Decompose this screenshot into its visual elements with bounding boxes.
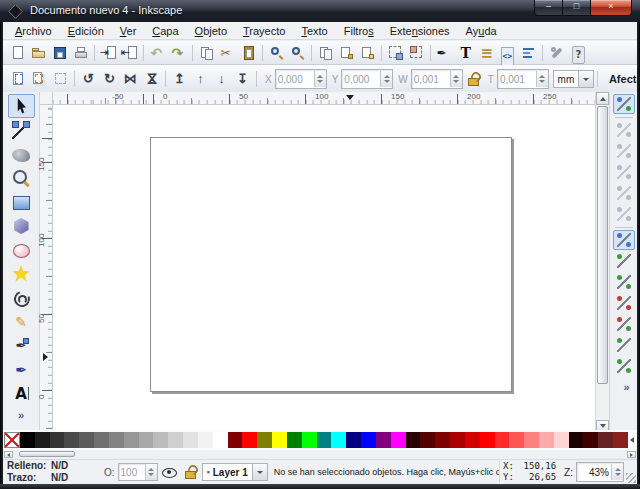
scroll-up-button[interactable] [596,92,609,105]
ungroup-objects-button[interactable] [406,42,427,63]
menu-trayecto[interactable]: Trayecto [235,23,293,39]
snap-nodes-button[interactable] [613,230,635,250]
tool-zoom-button[interactable] [8,166,35,190]
tool-pencil-button[interactable] [8,310,35,334]
palette-swatch[interactable] [20,432,35,448]
palette-swatch[interactable] [346,432,361,448]
palette-swatch[interactable] [391,432,406,448]
palette-swatch[interactable] [287,432,302,448]
lower-button[interactable]: ↓ [211,69,232,90]
zoom-spinner[interactable] [611,464,623,480]
palette-swatch[interactable] [153,432,168,448]
snap-bbox-centers-button[interactable] [613,204,635,224]
palette-swatch[interactable] [35,432,50,448]
ruler-corner[interactable] [40,92,53,105]
snap-bbox-edges-button[interactable] [613,141,635,161]
snapbar-overflow-chevron[interactable]: » [623,381,629,393]
y-field[interactable] [341,69,393,89]
tool-node-editor-button[interactable] [8,118,35,142]
palette-scroll-left-button[interactable] [4,451,13,458]
palette-swatch[interactable] [406,432,421,448]
menu-archivo[interactable]: Archivo [7,23,60,39]
palette-swatch[interactable] [435,432,450,448]
menu-extensiones[interactable]: Extensiones [382,23,458,39]
menu-objeto[interactable]: Objeto [187,23,235,39]
tool-selector-button[interactable] [8,94,35,118]
paste-button[interactable] [238,42,259,63]
create-clone-button[interactable] [336,42,357,63]
y-spinner[interactable] [380,71,392,87]
text-dialog-button[interactable] [455,42,476,63]
palette-swatch[interactable] [109,432,124,448]
lower-to-bottom-button[interactable]: ↧ [232,69,253,90]
tool-calligraphy-button[interactable] [8,358,35,382]
layer-selector-box[interactable]: ▪ Layer 1 [202,463,253,481]
tool-box-3d-button[interactable] [8,214,35,238]
keyboard-help-button[interactable] [567,42,588,63]
zoom-field[interactable] [576,462,624,482]
palette-swatch[interactable] [331,432,346,448]
palette-swatch[interactable] [272,432,287,448]
palette-swatch[interactable] [583,432,598,448]
fill-stroke-indicator[interactable]: Relleno:N/D Trazo:N/D [3,460,97,484]
palette-swatch[interactable] [79,432,94,448]
palette-swatch[interactable] [361,432,376,448]
palette-scroll-right-button[interactable] [627,451,636,458]
menu-filtros[interactable]: Filtros [336,23,382,39]
raise-button[interactable]: ↑ [190,69,211,90]
zoom-selection-button[interactable] [266,42,287,63]
cut-button[interactable] [217,42,238,63]
w-spinner[interactable] [450,71,462,87]
opacity-input[interactable] [119,465,145,479]
layer-visibility-eye-icon[interactable] [161,466,177,478]
palette-scroll-thumb[interactable] [19,451,75,457]
palette-swatch[interactable] [242,432,257,448]
palette-swatch[interactable] [480,432,495,448]
preferences-button[interactable] [546,42,567,63]
align-dialog-button[interactable] [518,42,539,63]
t-field[interactable] [497,69,549,89]
palette-swatch[interactable] [228,432,243,448]
palette-swatch[interactable] [139,432,154,448]
group-objects-button[interactable] [385,42,406,63]
open-document-button[interactable] [28,42,49,63]
lock-aspect-ratio-icon[interactable] [467,72,479,86]
tool-tweak-button[interactable] [8,142,35,166]
y-input[interactable] [342,72,380,86]
palette-swatch[interactable] [50,432,65,448]
x-input[interactable] [276,72,314,86]
w-field[interactable] [411,69,463,89]
palette-swatch[interactable] [198,432,213,448]
palette-swatch[interactable] [376,432,391,448]
xml-editor-button[interactable] [497,42,518,63]
rotate-cw-button[interactable]: ↻ [99,69,120,90]
snap-smooth-nodes-button[interactable] [613,314,635,334]
menu-ayuda[interactable]: Ayuda [458,23,505,39]
palette-swatch[interactable] [495,432,510,448]
palette-swatch[interactable] [613,432,628,448]
maximize-button[interactable]: □ [562,0,591,16]
menu-texto[interactable]: Texto [293,23,335,39]
save-document-button[interactable] [49,42,70,63]
palette-swatch[interactable] [524,432,539,448]
palette-swatch[interactable] [539,432,554,448]
snap-line-midpoints-button[interactable] [613,335,635,355]
palette-swatch[interactable] [124,432,139,448]
w-input[interactable] [412,72,450,86]
tool-bezier-pen-button[interactable] [8,334,35,358]
snap-bbox-corners-button[interactable] [613,162,635,182]
toolbox-overflow-chevron[interactable]: » [18,409,24,421]
copy-button[interactable] [196,42,217,63]
palette-swatch[interactable] [94,432,109,448]
t-input[interactable] [498,72,536,86]
palette-swatch[interactable] [213,432,228,448]
select-all-button[interactable] [8,69,29,90]
zoom-drawing-button[interactable] [287,42,308,63]
palette-swatch[interactable] [450,432,465,448]
palette-scrollbar[interactable] [3,450,637,459]
opacity-spinner[interactable] [145,464,157,480]
vertical-ruler[interactable]: 150100500 [40,105,53,433]
snap-enable-button[interactable] [613,94,635,114]
palette-swatch[interactable] [168,432,183,448]
horizontal-ruler[interactable]: -50050100150200250 [53,92,595,105]
